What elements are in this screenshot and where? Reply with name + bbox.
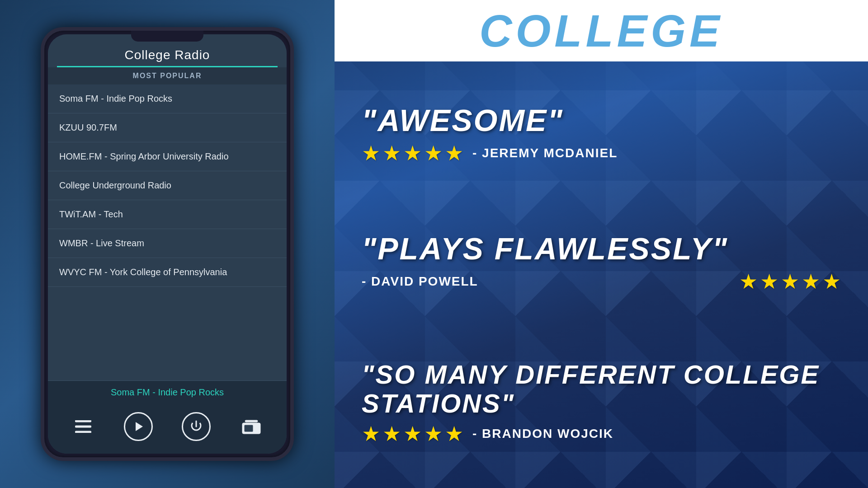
- station-name: College Underground Radio: [59, 180, 171, 190]
- station-list: Soma FM - Indie Pop Rocks KZUU 90.7FM HO…: [48, 84, 287, 380]
- review-block-2: "PLAYS FLAWLESSLY" - DAVID POWELL ★ ★ ★ …: [362, 232, 841, 294]
- phone-notch: [131, 31, 203, 42]
- station-name: Soma FM - Indie Pop Rocks: [59, 94, 172, 103]
- review-meta-1: ★ ★ ★ ★ ★ - JEREMY MCDANIEL: [362, 141, 841, 165]
- left-panel: College Radio MOST POPULAR Soma FM - Ind…: [0, 0, 335, 488]
- most-popular-label: MOST POPULAR: [48, 67, 287, 84]
- svg-rect-8: [245, 420, 258, 422]
- star: ★: [382, 422, 401, 446]
- svg-point-7: [255, 427, 257, 429]
- radio-button[interactable]: [240, 415, 263, 438]
- right-panel: COLLEGE "AWESOME" ★ ★ ★ ★ ★ - JEREMY MCD…: [335, 0, 868, 488]
- phone-screen: College Radio MOST POPULAR Soma FM - Ind…: [48, 34, 287, 454]
- station-item[interactable]: KZUU 90.7FM: [48, 113, 287, 142]
- review-block-3: "SO MANY DIFFERENT COLLEGE STATIONS" ★ ★…: [362, 360, 841, 446]
- star: ★: [760, 269, 778, 294]
- svg-marker-3: [136, 422, 143, 431]
- play-button[interactable]: [124, 412, 153, 441]
- power-button[interactable]: [182, 412, 211, 441]
- svg-rect-5: [244, 425, 253, 432]
- station-item[interactable]: WMBR - Live Stream: [48, 229, 287, 258]
- star: ★: [403, 422, 422, 446]
- star: ★: [802, 269, 820, 294]
- review-meta-2: - DAVID POWELL ★ ★ ★ ★ ★: [362, 269, 841, 294]
- review-quote-2: "PLAYS FLAWLESSLY": [362, 232, 841, 266]
- star: ★: [445, 422, 463, 446]
- stars-2: ★ ★ ★ ★ ★: [739, 269, 841, 294]
- star: ★: [822, 269, 841, 294]
- review-block-1: "AWESOME" ★ ★ ★ ★ ★ - JEREMY MCDANIEL: [362, 103, 841, 165]
- phone-mockup: College Radio MOST POPULAR Soma FM - Ind…: [41, 27, 294, 461]
- star: ★: [362, 422, 380, 446]
- star: ★: [739, 269, 758, 294]
- station-name: HOME.FM - Spring Arbor University Radio: [59, 151, 229, 161]
- now-playing-text: Soma FM - Indie Pop Rocks: [111, 387, 224, 397]
- bottom-nav: [48, 404, 287, 454]
- review-quote-3: "SO MANY DIFFERENT COLLEGE STATIONS": [362, 360, 841, 418]
- svg-rect-2: [75, 431, 91, 433]
- app-title: College Radio: [57, 48, 278, 62]
- now-playing-bar: Soma FM - Indie Pop Rocks: [48, 380, 287, 404]
- reviewer-name-1: - JEREMY MCDANIEL: [472, 146, 618, 160]
- college-header: COLLEGE: [335, 0, 868, 61]
- star: ★: [362, 141, 380, 165]
- star: ★: [781, 269, 799, 294]
- star: ★: [424, 422, 443, 446]
- review-meta-3: ★ ★ ★ ★ ★ - BRANDON WOJCIK: [362, 422, 841, 446]
- reviews-section: "AWESOME" ★ ★ ★ ★ ★ - JEREMY MCDANIEL "P…: [335, 61, 868, 488]
- station-item[interactable]: College Underground Radio: [48, 171, 287, 200]
- station-name: TWiT.AM - Tech: [59, 209, 123, 219]
- menu-button[interactable]: [71, 415, 95, 438]
- star: ★: [382, 141, 401, 165]
- college-title: COLLEGE: [479, 5, 723, 56]
- station-name: KZUU 90.7FM: [59, 122, 117, 132]
- station-name: WVYC FM - York College of Pennsylvania: [59, 267, 227, 277]
- station-item[interactable]: WVYC FM - York College of Pennsylvania: [48, 258, 287, 287]
- station-item[interactable]: Soma FM - Indie Pop Rocks: [48, 84, 287, 113]
- review-quote-1: "AWESOME": [362, 103, 841, 137]
- svg-rect-0: [75, 420, 91, 422]
- star: ★: [445, 141, 463, 165]
- station-item[interactable]: TWiT.AM - Tech: [48, 200, 287, 229]
- star: ★: [424, 141, 443, 165]
- station-name: WMBR - Live Stream: [59, 238, 144, 248]
- stars-3: ★ ★ ★ ★ ★: [362, 422, 463, 446]
- reviewer-name-2: - DAVID POWELL: [362, 274, 478, 289]
- star: ★: [403, 141, 422, 165]
- svg-rect-1: [75, 426, 91, 427]
- station-item[interactable]: HOME.FM - Spring Arbor University Radio: [48, 142, 287, 171]
- reviewer-name-3: - BRANDON WOJCIK: [472, 427, 613, 441]
- stars-1: ★ ★ ★ ★ ★: [362, 141, 463, 165]
